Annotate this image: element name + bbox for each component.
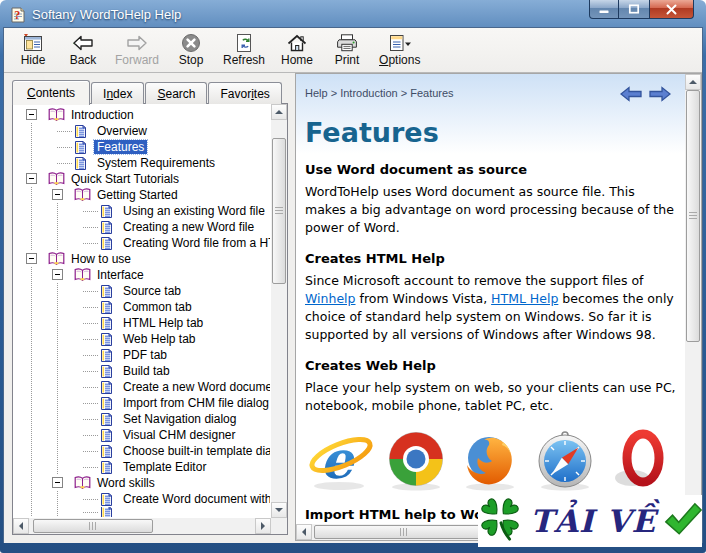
download-watermark[interactable]: TẢI VỀ: [478, 495, 702, 547]
collapse-toggle-icon[interactable]: [52, 189, 63, 200]
topic-vertical-scrollbar[interactable]: [685, 74, 701, 524]
tree-item-label[interactable]: Set Navigation dialog: [120, 412, 239, 426]
tree-item-features[interactable]: Features: [14, 139, 270, 155]
tree-item-build-tab[interactable]: Build tab: [14, 363, 270, 379]
tree-item-create-a-new-word-document[interactable]: Create a new Word document: [14, 379, 270, 395]
scroll-left-icon[interactable]: [296, 524, 312, 540]
tree-item-label[interactable]: Visual CHM designer: [120, 428, 239, 442]
collapse-toggle-icon[interactable]: [52, 269, 63, 280]
scroll-down-icon[interactable]: [271, 502, 287, 518]
topic-vscroll-thumb[interactable]: [686, 90, 700, 342]
tree-item-system-requirements[interactable]: System Requirements: [14, 155, 270, 171]
tab-favorites[interactable]: Favorites: [208, 82, 281, 104]
toolbar-button-stop[interactable]: Stop: [168, 31, 214, 70]
tree-item-label[interactable]: System Requirements: [94, 156, 218, 170]
tree-item-web-help-tab[interactable]: Web Help tab: [14, 331, 270, 347]
html-help-link[interactable]: HTML Help: [491, 291, 558, 306]
tree-vscroll-thumb[interactable]: [272, 138, 286, 284]
toolbar-button-print[interactable]: Print: [324, 31, 370, 70]
next-topic-arrow-icon[interactable]: [649, 86, 671, 105]
maximize-button[interactable]: [619, 0, 649, 19]
home-icon: [286, 32, 308, 53]
tree-item-label[interactable]: Source tab: [120, 284, 184, 298]
tree-item-import-from-chm-file-dialog[interactable]: Import from CHM file dialog: [14, 395, 270, 411]
toolbar-button-refresh[interactable]: Refresh: [218, 31, 270, 70]
toolbar-button-options[interactable]: Options: [374, 31, 425, 70]
tree-item-label[interactable]: Quick Start Tutorials: [68, 172, 182, 186]
tree-item-creating-a-new-word-file[interactable]: Creating a new Word file: [14, 219, 270, 235]
tree-item-introduction[interactable]: Introduction: [14, 107, 270, 123]
tab-bar: ContentsIndexSearchFavorites: [4, 73, 288, 103]
tree-item-label[interactable]: Creating Word file from a HTML: [120, 236, 270, 250]
tree-item-label[interactable]: Template Editor: [120, 460, 209, 474]
tab-index[interactable]: Index: [91, 82, 144, 104]
toolbar-button-back[interactable]: Back: [60, 31, 106, 70]
toolbar-label-home: Home: [281, 53, 313, 67]
minimize-button[interactable]: [589, 0, 619, 19]
tree-item-label[interactable]: Create a new Word document: [120, 380, 270, 394]
tree-hscroll-thumb[interactable]: [33, 519, 153, 533]
toolbar-button-hide[interactable]: Hide: [10, 31, 56, 70]
scroll-right-icon[interactable]: [255, 518, 271, 534]
topic-hscroll-thumb[interactable]: [314, 525, 494, 539]
tree-item-label[interactable]: Introduction: [68, 108, 137, 122]
window-title: Softany WordToHelp Help: [32, 7, 181, 22]
tree-item-label[interactable]: How to use: [68, 252, 134, 266]
tree-item-interface[interactable]: Interface: [14, 267, 270, 283]
tab-contents[interactable]: Contents: [12, 80, 90, 105]
tree-item-creating-word-file-from-a-html[interactable]: Creating Word file from a HTML: [14, 235, 270, 251]
tree-item-label[interactable]: Common tab: [120, 300, 195, 314]
tree-item-quick-start-tutorials[interactable]: Quick Start Tutorials: [14, 171, 270, 187]
tree-item-label[interactable]: Word skills: [94, 476, 158, 490]
tree-item-using-an-existing-word-file[interactable]: Using an existing Word file: [14, 203, 270, 219]
tree-item-label[interactable]: Creating a new Word file: [120, 220, 257, 234]
tree-item-html-help-tab[interactable]: HTML Help tab: [14, 315, 270, 331]
scroll-up-icon[interactable]: [685, 74, 701, 90]
tree-item-label[interactable]: Interface: [94, 268, 147, 282]
previous-topic-arrow-icon[interactable]: [620, 86, 642, 105]
tree-item-label[interactable]: Using an existing Word file: [120, 204, 268, 218]
tree-item-label[interactable]: Getting Started: [94, 188, 181, 202]
breadcrumb[interactable]: Help > Introduction > Features: [305, 82, 454, 99]
titlebar[interactable]: ? Softany WordToHelp Help: [3, 0, 703, 27]
collapse-toggle-icon[interactable]: [26, 109, 37, 120]
tree-item-label[interactable]: Choose built-in template dialog: [120, 444, 270, 458]
tree-item-label[interactable]: Import from CHM file dialog: [120, 396, 270, 410]
page-icon: [74, 124, 94, 139]
tree-item-label[interactable]: Build tab: [120, 364, 173, 378]
tree-item-label[interactable]: HTML Help tab: [120, 316, 206, 330]
topic-paragraph: WordToHelp uses Word document as source …: [305, 183, 677, 237]
tree-vertical-scrollbar[interactable]: [271, 104, 287, 518]
tab-search[interactable]: Search: [145, 82, 207, 104]
tree-item-template-editor[interactable]: Template Editor: [14, 459, 270, 475]
scroll-up-icon[interactable]: [271, 104, 287, 120]
collapse-toggle-icon[interactable]: [26, 253, 37, 264]
tree-item-set-navigation-dialog[interactable]: Set Navigation dialog: [14, 411, 270, 427]
tree-item-label[interactable]: Web Help tab: [120, 332, 199, 346]
tree-item-label[interactable]: Overview: [94, 124, 150, 138]
collapse-toggle-icon[interactable]: [52, 477, 63, 488]
toolbar-button-home[interactable]: Home: [274, 31, 320, 70]
tree-horizontal-scrollbar[interactable]: [13, 518, 271, 534]
tree-item-source-tab[interactable]: Source tab: [14, 283, 270, 299]
winhelp-link[interactable]: Winhelp: [305, 291, 356, 306]
tree-item-common-tab[interactable]: Common tab: [14, 299, 270, 315]
tree-item-visual-chm-designer[interactable]: Visual CHM designer: [14, 427, 270, 443]
scroll-left-icon[interactable]: [13, 518, 29, 534]
tree-item-word-skills[interactable]: Word skills: [14, 475, 270, 491]
close-button[interactable]: [649, 0, 694, 19]
toolbar-label-refresh: Refresh: [223, 53, 265, 67]
tree-item-partial[interactable]: [14, 507, 270, 517]
tree-item-label[interactable]: Features: [94, 140, 147, 154]
tree-item-getting-started[interactable]: Getting Started: [14, 187, 270, 203]
tree-item-choose-built-in-template-dialog[interactable]: Choose built-in template dialog: [14, 443, 270, 459]
tree-item-pdf-tab[interactable]: PDF tab: [14, 347, 270, 363]
pane-splitter[interactable]: [288, 73, 295, 543]
tree-item-overview[interactable]: Overview: [14, 123, 270, 139]
toolbar-button-forward[interactable]: Forward: [110, 31, 164, 70]
tree-item-how-to-use[interactable]: How to use: [14, 251, 270, 267]
tree-item-label[interactable]: PDF tab: [120, 348, 170, 362]
collapse-toggle-icon[interactable]: [26, 173, 37, 184]
tree-item-create-word-document-with-ou[interactable]: Create Word document with ou: [14, 491, 270, 507]
tree-item-label[interactable]: Create Word document with ou: [120, 492, 270, 506]
